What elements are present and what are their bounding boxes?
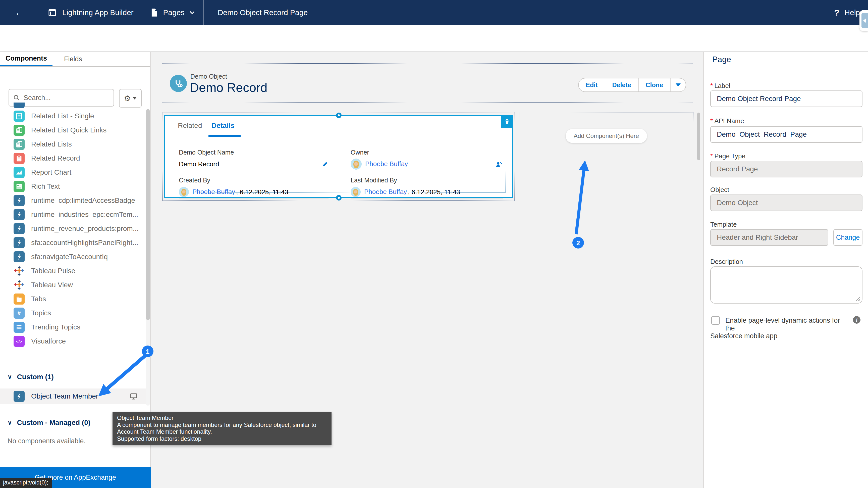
tab-components-label: Components — [5, 55, 47, 62]
field-last-modified-by: Last Modified By Phoebe Buffay , 6.12.20… — [351, 177, 503, 199]
info-icon[interactable]: i — [853, 316, 861, 324]
bolt-icon — [13, 237, 25, 248]
component-label: Tableau Pulse — [31, 267, 75, 275]
page-type-field-label: *Page Type — [710, 152, 745, 160]
tab-icon — [13, 294, 25, 305]
component-list-item[interactable]: Tabs — [0, 292, 147, 306]
partial-component-icon — [13, 102, 25, 108]
component-label: Rich Text — [31, 182, 60, 190]
section-custom[interactable]: ∨ Custom (1) — [0, 369, 147, 385]
component-list-item[interactable]: Rich Text — [0, 179, 147, 193]
component-list-item[interactable]: Report Chart — [0, 165, 147, 179]
edit-pencil-icon[interactable] — [321, 160, 329, 167]
back-button[interactable]: ← — [0, 0, 39, 25]
help-icon: ? — [834, 8, 840, 18]
field-demo-object-name: Demo Object Name Demo Record — [179, 149, 329, 171]
tab-details[interactable]: Details — [212, 122, 235, 130]
more-actions-button[interactable] — [671, 79, 686, 91]
page-title: Demo Object Record Page — [218, 8, 308, 17]
tooltip-line: A component to manage team members for a… — [117, 422, 327, 429]
drag-handle-bottom-icon[interactable] — [336, 195, 342, 201]
back-arrow-icon: ← — [15, 7, 24, 18]
component-list-item[interactable]: Tableau View — [0, 278, 147, 292]
clipboard-icon — [13, 153, 25, 164]
tooltip-line: Account Team Member functionality. — [117, 428, 327, 435]
component-settings-button[interactable]: ⚙ — [119, 89, 142, 108]
dynamic-actions-checkbox[interactable] — [711, 316, 720, 325]
component-list-item[interactable]: Related Lists — [0, 137, 147, 151]
tab-divider — [172, 137, 505, 137]
edit-button[interactable]: Edit — [579, 79, 605, 91]
sidebar-scrollbar[interactable] — [146, 109, 150, 405]
component-list-item[interactable]: runtime_cdp:limitedAccessBadge — [0, 193, 147, 208]
delete-button[interactable]: Delete — [605, 79, 639, 91]
component-list-item[interactable]: </>Visualforce — [0, 334, 147, 348]
record-object-icon — [170, 75, 187, 92]
tab-fields-label: Fields — [64, 55, 82, 63]
tooltip-line: Supported form factors: desktop — [117, 435, 327, 443]
record-action-group: Edit Delete Clone — [578, 78, 686, 92]
label-field-input[interactable]: Demo Object Record Page — [710, 90, 863, 107]
add-component-label: Add Component(s) Here — [574, 132, 639, 139]
code-icon: </> — [13, 336, 25, 347]
field-created-by: Created By Phoebe Buffay , 6.12.2025, 11… — [179, 177, 329, 199]
tab-fields[interactable]: Fields — [59, 52, 88, 66]
modified-by-link[interactable]: Phoebe Buffay — [364, 188, 407, 196]
component-list-item[interactable]: Tableau Pulse — [0, 264, 147, 278]
component-list-item[interactable]: runtime_revenue_products:prom... — [0, 222, 147, 236]
component-list-item[interactable]: Related List - Single — [0, 109, 147, 123]
created-date: , 6.12.2025, 11:43 — [236, 188, 288, 196]
record-header-region[interactable]: Demo Object Demo Record Edit Delete Clon… — [162, 63, 693, 102]
chevron-left-icon — [863, 18, 866, 23]
component-list-item[interactable]: sfa:navigateToAccountIq — [0, 250, 147, 264]
gear-icon: ⚙ — [124, 94, 131, 103]
component-list: Related List - SingleRelated List Quick … — [0, 109, 147, 348]
resize-handle-icon[interactable] — [855, 296, 861, 302]
sidebar-drop-region[interactable]: Add Component(s) Here — [519, 113, 694, 159]
tabs-component-selected[interactable]: Related Details Demo Object Name Demo Re… — [164, 115, 514, 198]
caret-down-icon — [676, 84, 681, 86]
change-template-button[interactable]: Change — [833, 229, 863, 246]
required-asterisk: * — [710, 152, 713, 160]
lightning-app-builder: ← Lightning App Builder Pages Demo Objec… — [0, 0, 868, 488]
component-label: Related List - Single — [31, 112, 94, 120]
component-label: Tabs — [31, 295, 46, 303]
component-label: runtime_revenue_products:prom... — [31, 225, 138, 233]
component-object-team-member[interactable]: Object Team Member — [0, 389, 147, 404]
tableau-icon — [13, 279, 25, 291]
status-url-text: javascript:void(0); — [0, 478, 52, 488]
component-label: Related List Quick Links — [31, 126, 106, 134]
chevron-down-icon: ∨ — [7, 419, 12, 426]
tab-components[interactable]: Components — [0, 52, 53, 66]
api-name-field-value: Demo_Object_Record_Page — [717, 130, 807, 139]
component-tooltip: Object Team Member A component to manage… — [113, 412, 332, 445]
change-owner-icon[interactable] — [495, 160, 503, 168]
component-list-item[interactable]: sfa:accountHighlightsPanelRight... — [0, 236, 147, 250]
component-list-item[interactable]: #Topics — [0, 306, 147, 320]
add-component-pill[interactable]: Add Component(s) Here — [566, 129, 647, 143]
collapse-panel-button[interactable] — [860, 10, 868, 31]
owner-link[interactable]: Phoebe Buffay — [365, 160, 408, 169]
panel-divider — [704, 71, 868, 71]
api-name-field-input[interactable]: Demo_Object_Record_Page — [710, 126, 863, 143]
panel-title: Page — [712, 55, 731, 64]
component-label: Report Chart — [31, 169, 71, 176]
bolt-icon — [13, 251, 25, 262]
record-title: Demo Record — [190, 81, 267, 95]
created-by-link[interactable]: Phoebe Buffay — [192, 188, 235, 196]
tab-related[interactable]: Related — [178, 122, 202, 130]
component-label: Related Record — [31, 154, 80, 162]
component-list-item[interactable]: Related Record — [0, 151, 147, 165]
component-list-item[interactable]: Trending Topics — [0, 320, 147, 334]
canvas-scrollbar[interactable] — [697, 113, 700, 160]
component-list-item[interactable]: Related List Quick Links — [0, 123, 147, 137]
description-textarea[interactable] — [710, 266, 863, 304]
clone-button[interactable]: Clone — [639, 79, 671, 91]
bolt-icon — [13, 209, 25, 220]
component-list-item[interactable]: runtime_industries_epc:ecmTem... — [0, 208, 147, 222]
component-label: sfa:accountHighlightsPanelRight... — [31, 239, 138, 247]
pages-menu[interactable]: Pages — [142, 0, 203, 25]
required-asterisk: * — [710, 117, 713, 125]
record-detail-region: Demo Object Name Demo Record Owner Phoe — [173, 143, 506, 192]
field-owner: Owner Phoebe Buffay — [351, 149, 503, 171]
